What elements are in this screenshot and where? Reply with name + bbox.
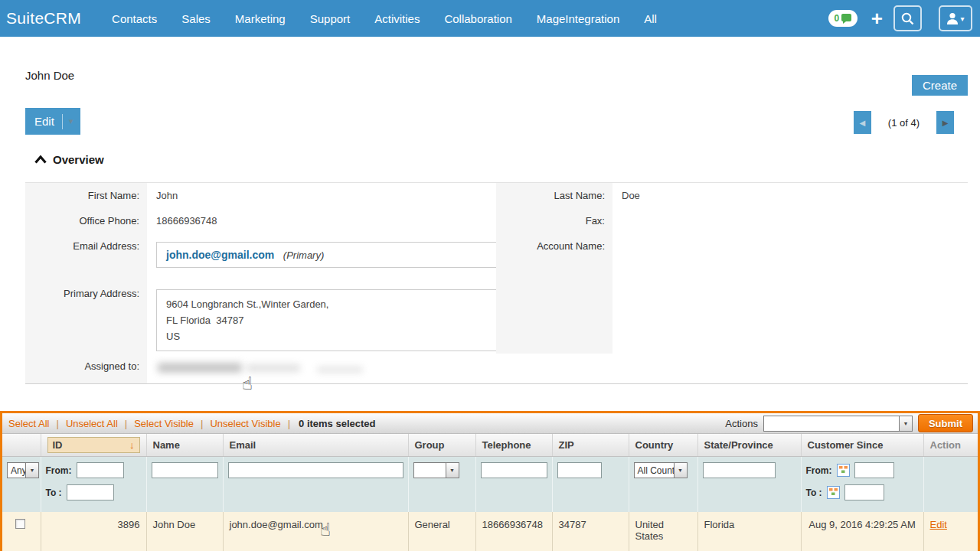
notification-count-badge: 0 [834, 13, 839, 24]
calendar-icon[interactable] [837, 464, 850, 477]
contact-detail-panel: First Name: John Last Name: Doe Office P… [25, 182, 968, 384]
create-button[interactable]: Create [912, 75, 968, 96]
filter-id-to-input[interactable] [67, 484, 114, 500]
toolbar-divider: | [288, 418, 290, 429]
toolbar-divider: | [125, 418, 127, 429]
column-header-email[interactable]: Email [223, 434, 408, 457]
page-title: John Doe [25, 69, 74, 82]
edit-button-label: Edit [34, 115, 54, 128]
edit-split-button[interactable]: Edit ▾ [25, 108, 80, 135]
actions-dropdown[interactable]: ▼ [763, 416, 913, 432]
previous-record-button[interactable]: ◀ [854, 111, 871, 134]
last-name-value: Doe [612, 183, 968, 208]
nav-item-support[interactable]: Support [298, 8, 363, 30]
nav-right-icons: 0 + ▾ [828, 5, 980, 31]
filter-country-dropdown[interactable]: All Countries ▼ [634, 462, 688, 478]
column-header-customer-since[interactable]: Customer Since [801, 434, 923, 457]
filter-state-input[interactable] [703, 462, 776, 478]
submit-button[interactable]: Submit [918, 414, 973, 432]
dropdown-arrow-icon: ▼ [25, 463, 38, 478]
column-header-zip[interactable]: ZIP [552, 434, 629, 457]
unselect-visible-link[interactable]: Unselect Visible [210, 418, 280, 429]
filter-country-cell: All Countries ▼ [629, 457, 697, 513]
user-menu-button[interactable]: ▾ [939, 5, 972, 31]
nav-item-mageintegration[interactable]: MageIntegration [524, 8, 632, 30]
column-header-telephone[interactable]: Telephone [475, 434, 552, 457]
filter-since-to-input[interactable] [844, 484, 884, 500]
nav-item-contacts[interactable]: Contacts [100, 8, 169, 30]
filter-telephone-cell [475, 457, 552, 513]
nav-item-sales[interactable]: Sales [169, 8, 223, 30]
filter-telephone-input[interactable] [481, 462, 547, 478]
filter-email-input[interactable] [228, 462, 403, 478]
select-all-link[interactable]: Select All [8, 418, 49, 429]
suitecrm-window: SuiteCRM Contacts Sales Marketing Suppor… [0, 0, 980, 551]
nav-item-collaboration[interactable]: Collaboration [432, 8, 524, 30]
email-address-label: Email Address: [25, 233, 147, 281]
filter-action-cell [923, 457, 978, 513]
dropdown-arrow-icon: ▼ [674, 463, 687, 478]
calendar-icon[interactable] [827, 486, 840, 499]
cell-customer-since: Aug 9, 2016 4:29:25 AM [801, 512, 923, 551]
nav-item-all[interactable]: All [632, 8, 669, 30]
filter-id-cell: From: To : [41, 457, 146, 513]
column-header-group[interactable]: Group [408, 434, 475, 457]
right-label-column-filler [496, 281, 612, 354]
last-name-label: Last Name: [496, 183, 612, 208]
primary-address-cell: 9604 Longbranch St.,Winter Garden, FL Fl… [147, 281, 496, 354]
row-edit-link[interactable]: Edit [930, 519, 947, 530]
select-mode-dropdown[interactable]: Any ▼ [7, 462, 39, 478]
next-record-button[interactable]: ▶ [936, 111, 954, 134]
address-line-3: US [166, 328, 491, 344]
row-checkbox[interactable] [15, 519, 25, 529]
quick-create-plus-icon[interactable]: + [871, 8, 883, 28]
email-link[interactable]: john.doe@gmail.com [166, 249, 274, 261]
dropdown-arrow-icon: ▼ [899, 416, 912, 431]
suitecrm-logo[interactable]: SuiteCRM [6, 9, 81, 28]
overview-section-title: Overview [53, 153, 104, 166]
filter-customer-since-cell: From: To : [801, 457, 923, 513]
overview-section-toggle[interactable]: Overview [34, 153, 104, 166]
toolbar-divider: | [201, 418, 203, 429]
column-header-action: Action [923, 434, 978, 457]
select-visible-link[interactable]: Select Visible [134, 418, 194, 429]
nav-item-activities[interactable]: Activities [362, 8, 432, 30]
pagination-counter: (1 of 4) [888, 117, 920, 129]
filter-id-from-input[interactable] [77, 462, 124, 478]
office-phone-value: 18666936748 [147, 208, 496, 233]
assigned-to-cell [147, 354, 496, 383]
toolbar-divider: | [56, 418, 58, 429]
filter-group-dropdown[interactable]: ▼ [413, 462, 459, 478]
nav-item-marketing[interactable]: Marketing [223, 8, 298, 30]
filter-state-cell [697, 457, 801, 513]
primary-address-box: 9604 Longbranch St.,Winter Garden, FL Fl… [156, 289, 501, 351]
items-selected-count: 0 items selected [299, 418, 375, 429]
filter-since-from-input[interactable] [854, 462, 894, 478]
chevron-up-icon [34, 155, 47, 164]
cell-country: United States [629, 512, 697, 551]
search-button[interactable] [893, 5, 922, 31]
primary-address-label: Primary Address: [25, 281, 147, 354]
first-name-value: John [147, 183, 496, 208]
select-mode-value: Any [8, 465, 25, 476]
checkbox-column-header [2, 434, 41, 457]
dropdown-arrow-icon: ▼ [446, 463, 459, 478]
filter-zip-input[interactable] [557, 462, 602, 478]
grid-filter-row: Any ▼ From: To : [2, 457, 978, 513]
user-caret-icon: ▾ [960, 15, 964, 23]
edit-caret-icon[interactable]: ▾ [69, 116, 74, 126]
unselect-all-link[interactable]: Unselect All [66, 418, 118, 429]
customer-table-row[interactable]: 3896 John Doe john.doe@gmail.com General… [2, 512, 978, 551]
filter-zip-cell [552, 457, 629, 513]
cell-name: John Doe [146, 512, 223, 551]
actions-area: Actions ▼ Submit [725, 414, 973, 432]
row-checkbox-cell [2, 512, 41, 551]
column-header-state[interactable]: State/Province [697, 434, 801, 457]
filter-name-input[interactable] [152, 462, 218, 478]
address-line-1: 9604 Longbranch St.,Winter Garden, [166, 296, 491, 312]
column-header-name[interactable]: Name [146, 434, 223, 457]
notifications-button[interactable]: 0 [828, 10, 858, 27]
column-header-country[interactable]: Country [629, 434, 697, 457]
cell-zip: 34787 [552, 512, 629, 551]
column-header-id[interactable]: ID ↓ [41, 434, 146, 457]
